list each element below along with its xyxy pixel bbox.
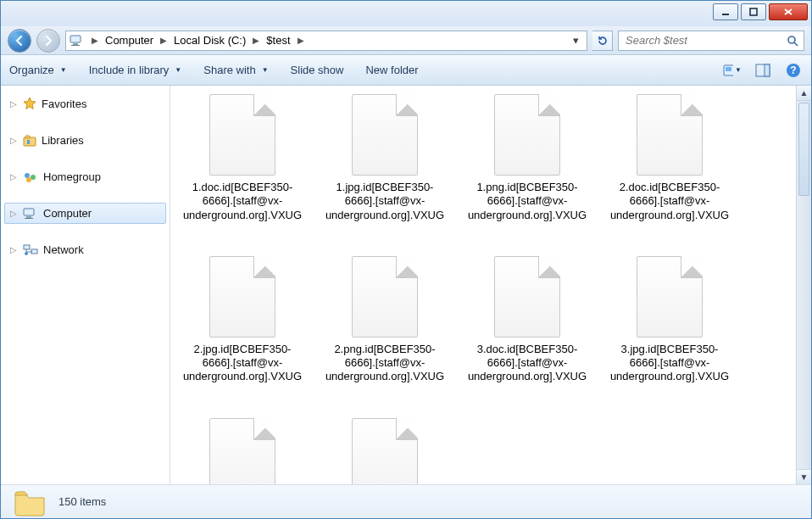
svg-rect-2 [70,36,81,42]
file-item[interactable]: 2.doc.id[BCBEF350-6666].[staff@vx-underg… [609,94,730,222]
generic-file-icon [209,418,275,485]
search-box[interactable] [618,31,804,51]
organize-label: Organize [9,64,54,76]
generic-file-icon [209,94,275,176]
breadcrumb-computer[interactable]: Computer [105,34,153,47]
refresh-button[interactable] [592,31,613,51]
expand-arrow-icon[interactable]: ▷ [9,99,18,109]
help-icon: ? [786,63,801,78]
minimize-button[interactable] [713,3,738,20]
generic-file-icon [352,94,418,176]
file-item[interactable]: 1.jpg.id[BCBEF350-6666].[staff@vx-underg… [325,94,445,222]
file-name-label: 1.jpg.id[BCBEF350-6666].[staff@vx-underg… [325,181,445,222]
view-icon [723,64,733,77]
file-item[interactable]: 2.png.id[BCBEF350-6666].[staff@vx-underg… [325,256,445,384]
sidebar-label: Computer [43,207,92,220]
expand-arrow-icon[interactable]: ▷ [9,209,18,218]
libraries-icon [23,135,36,147]
chevron-right-icon: ▶ [298,36,304,45]
computer-icon [70,35,85,47]
status-bar: 150 items [1,484,811,518]
svg-rect-15 [27,140,30,144]
close-button[interactable] [769,3,808,20]
computer-icon [23,208,38,220]
svg-rect-10 [765,64,770,76]
forward-arrow-icon [42,35,54,47]
expand-arrow-icon[interactable]: ▷ [9,245,18,254]
file-item[interactable]: 3.doc.id[BCBEF350-6666].[staff@vx-underg… [467,256,587,384]
newfolder-label: New folder [365,64,418,76]
file-item[interactable]: 4.doc.id[BCBEF350-6666].[staff@vx-underg… [325,418,445,485]
chevron-right-icon: ▶ [92,36,98,45]
svg-rect-20 [26,216,31,218]
address-dropdown-button[interactable]: ▾ [568,34,583,47]
file-item[interactable]: 1.doc.id[BCBEF350-6666].[staff@vx-underg… [182,94,303,222]
search-icon [787,35,798,47]
change-view-button[interactable]: ▼ [723,61,742,80]
svg-point-5 [788,36,795,43]
scrollbar-track[interactable] [797,198,811,469]
address-bar[interactable]: ▶ Computer ▶ Local Disk (C:) ▶ $test ▶ ▾ [65,31,587,51]
file-item[interactable]: 1.png.id[BCBEF350-6666].[staff@vx-underg… [467,94,587,222]
generic-file-icon [637,256,703,338]
preview-pane-button[interactable] [754,61,772,80]
file-name-label: 3.doc.id[BCBEF350-6666].[staff@vx-underg… [467,343,587,384]
svg-rect-21 [25,218,33,219]
file-name-label: 1.doc.id[BCBEF350-6666].[staff@vx-underg… [182,181,303,222]
breadcrumb-drive[interactable]: Local Disk (C:) [174,34,246,47]
slideshow-button[interactable]: Slide show [291,64,344,76]
generic-file-icon [209,256,275,338]
svg-rect-7 [726,67,731,71]
vertical-scrollbar[interactable]: ▲ ▼ [796,86,811,484]
back-button[interactable] [8,29,31,53]
sidebar-item-network[interactable]: ▷ Network [4,239,166,260]
chevron-right-icon: ▶ [160,36,167,45]
command-bar: Organize▼ Include in library▼ Share with… [1,55,811,86]
file-name-label: 1.png.id[BCBEF350-6666].[staff@vx-underg… [467,181,587,222]
scroll-down-button[interactable]: ▼ [797,469,811,484]
sidebar-label: Network [43,243,84,256]
new-folder-button[interactable]: New folder [365,64,418,76]
sidebar-item-favorites[interactable]: ▷ Favorites [4,92,166,114]
maximize-button[interactable] [741,3,766,20]
file-item[interactable]: 3.jpg.id[BCBEF350-6666].[staff@vx-underg… [609,256,730,384]
expand-arrow-icon[interactable]: ▷ [9,136,18,145]
content-area: ▷ Favorites ▷ Libraries ▷ Homegroup ▷ Co… [1,86,811,484]
svg-rect-1 [750,8,757,15]
svg-point-17 [31,175,36,180]
close-icon [783,8,793,16]
minimize-icon [721,8,730,16]
scroll-up-button[interactable]: ▲ [797,86,811,101]
sidebar-item-libraries[interactable]: ▷ Libraries [4,130,166,151]
file-list[interactable]: 1.doc.id[BCBEF350-6666].[staff@vx-underg… [170,86,796,484]
star-icon [23,97,36,110]
scrollbar-thumb[interactable] [798,103,809,196]
share-label: Share with [203,64,255,76]
maximize-icon [749,8,758,16]
file-item[interactable]: 2.jpg.id[BCBEF350-6666].[staff@vx-underg… [182,256,303,384]
sidebar-label: Homegroup [43,170,101,183]
file-name-label: 3.jpg.id[BCBEF350-6666].[staff@vx-underg… [609,343,730,384]
breadcrumb-folder[interactable]: $test [266,34,290,47]
expand-arrow-icon[interactable]: ▷ [9,172,18,181]
help-button[interactable]: ? [784,61,803,80]
svg-rect-0 [722,14,729,15]
forward-button[interactable] [36,29,60,53]
svg-rect-3 [73,43,78,45]
share-with-menu[interactable]: Share with▼ [203,64,268,76]
file-item[interactable]: 3.png.id[BCBEF350-6666].[staff@vx-underg… [182,418,303,485]
sidebar-item-homegroup[interactable]: ▷ Homegroup [4,166,166,187]
include-in-library-menu[interactable]: Include in library▼ [89,64,182,76]
network-icon [23,244,38,256]
search-input[interactable] [624,33,781,47]
svg-rect-23 [31,249,37,254]
chevron-down-icon: ▼ [262,66,269,74]
svg-rect-4 [71,45,80,46]
generic-file-icon [352,256,418,338]
include-label: Include in library [89,64,170,76]
nav-bar: ▶ Computer ▶ Local Disk (C:) ▶ $test ▶ ▾ [1,26,811,55]
sidebar-item-computer[interactable]: ▷ Computer [4,203,166,224]
organize-menu[interactable]: Organize▼ [9,64,67,76]
svg-point-24 [25,252,28,255]
generic-file-icon [494,94,560,176]
